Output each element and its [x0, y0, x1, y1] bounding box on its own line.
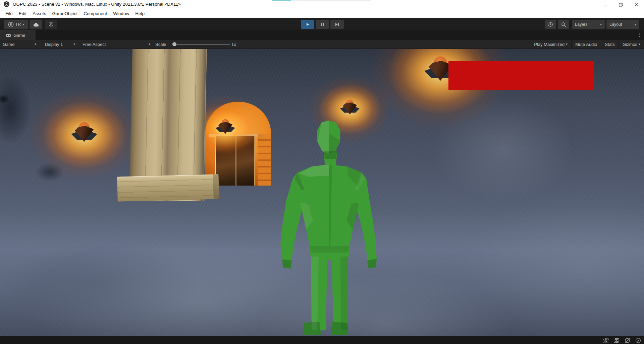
health-bar [448, 61, 594, 90]
player-character [278, 120, 381, 336]
history-icon [547, 21, 553, 27]
close-button[interactable]: ✕ [629, 0, 644, 9]
window-title: OGPC 2023 - Scene v2 - Windows, Mac, Lin… [13, 2, 181, 7]
pause-icon [320, 22, 324, 26]
stats-label: Stats [605, 42, 615, 47]
menu-file[interactable]: File [2, 10, 16, 17]
camera-dropdown[interactable]: Game ▾ [0, 40, 39, 49]
status-bar [0, 336, 644, 344]
play-maximized-label: Play Maximized [534, 42, 565, 47]
unity-editor-window: OGPC 2023 - Scene v2 - Windows, Mac, Lin… [0, 0, 644, 344]
aspect-ratio-dropdown[interactable]: Free Aspect ▾ [80, 40, 153, 49]
debugger-disabled-icon[interactable] [603, 337, 609, 344]
scale-slider-knob[interactable] [172, 42, 176, 46]
main-toolbar: TR ▾ Layers ▾ Layout ▾ [0, 18, 644, 30]
tab-game-label: Game [13, 33, 25, 38]
collab-disabled-icon[interactable] [624, 337, 631, 344]
account-dropdown[interactable]: TR ▾ [4, 20, 28, 29]
display-dropdown-label: Display 1 [45, 42, 63, 47]
cache-server-disconnected-icon[interactable] [613, 337, 620, 344]
search-button[interactable] [558, 20, 569, 29]
scale-slider-track[interactable] [174, 44, 230, 45]
search-icon [561, 22, 567, 27]
wooden-plank [117, 174, 219, 201]
unity-logo-icon [3, 1, 10, 7]
cloud-button[interactable] [30, 20, 42, 29]
chevron-down-icon: ▾ [600, 23, 602, 26]
version-control-button[interactable] [45, 20, 57, 29]
menu-edit[interactable]: Edit [16, 10, 30, 17]
menu-help[interactable]: Help [132, 10, 148, 17]
top-edge-artifact-gray [291, 0, 371, 1]
tab-more-menu[interactable]: ⋮ [637, 32, 642, 38]
gizmos-dropdown[interactable]: Gizmos ▾ [619, 40, 644, 49]
scale-label: Scale [155, 40, 166, 49]
tab-bar: Game ⋮ [0, 30, 644, 40]
aspect-dropdown-label: Free Aspect [83, 42, 106, 47]
account-label: TR [15, 22, 21, 27]
chevron-down-icon: ▾ [35, 43, 36, 46]
stats-toggle[interactable]: Stats [601, 40, 619, 49]
menu-assets[interactable]: Assets [30, 10, 49, 17]
cloud-icon [33, 22, 39, 27]
gizmos-label: Gizmos [623, 42, 637, 47]
layers-label: Layers [575, 22, 588, 27]
account-icon [8, 22, 14, 27]
menu-window[interactable]: Window [110, 10, 132, 17]
gamepad-icon [5, 33, 11, 38]
plastic-scm-icon [48, 21, 54, 27]
step-button[interactable] [330, 20, 344, 29]
menu-gameobject[interactable]: GameObject [49, 10, 81, 17]
minimize-button[interactable]: – [598, 0, 613, 9]
game-viewport[interactable] [0, 49, 644, 336]
play-button[interactable] [301, 20, 314, 29]
restore-icon [619, 3, 623, 7]
display-dropdown[interactable]: Display 1 ▾ [42, 40, 78, 49]
mute-audio-toggle[interactable]: Mute Audio [571, 40, 601, 49]
restore-button[interactable] [613, 0, 629, 9]
top-edge-artifact-teal [272, 0, 291, 1]
layers-dropdown[interactable]: Layers ▾ [572, 20, 605, 29]
chevron-down-icon: ▾ [635, 23, 636, 26]
menu-component[interactable]: Component [80, 10, 110, 17]
layout-dropdown[interactable]: Layout ▾ [606, 20, 639, 29]
pause-button[interactable] [316, 20, 329, 29]
chevron-down-icon: ▾ [566, 43, 568, 46]
chevron-down-icon: ▾ [149, 43, 150, 46]
camera-dropdown-label: Game [3, 42, 14, 47]
minimize-icon: – [604, 2, 607, 7]
chevron-down-icon: ▾ [22, 23, 24, 26]
title-bar: OGPC 2023 - Scene v2 - Windows, Mac, Lin… [0, 0, 644, 9]
play-icon [305, 22, 310, 27]
menu-bar: File Edit Assets GameObject Component Wi… [0, 9, 644, 18]
play-maximized-dropdown[interactable]: Play Maximized ▾ [530, 40, 571, 49]
step-icon [335, 22, 339, 26]
game-view-toolbar: Game ▾ Display 1 ▾ Free Aspect ▾ Scale 1… [0, 40, 644, 49]
undo-history-button[interactable] [545, 20, 556, 29]
tab-game[interactable]: Game [0, 30, 36, 40]
mute-audio-label: Mute Audio [575, 42, 597, 47]
layout-label: Layout [609, 22, 622, 27]
chevron-down-icon: ▾ [73, 43, 75, 46]
scale-value: 1x [231, 40, 236, 49]
chevron-down-icon: ▾ [639, 43, 640, 46]
progress-check-icon[interactable] [635, 337, 641, 344]
close-icon: ✕ [634, 2, 638, 7]
